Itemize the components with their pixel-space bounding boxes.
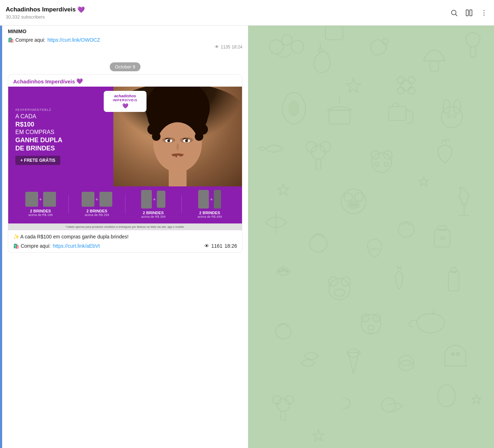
svg-point-40	[408, 87, 415, 94]
brinde-sub-4: acima de R$ 499	[197, 215, 222, 218]
svg-point-78	[334, 289, 345, 296]
columns-button[interactable]	[465, 9, 473, 17]
brinde-icon-row-2: +	[82, 192, 112, 207]
svg-point-26	[152, 132, 161, 141]
brinde-box-3a	[141, 190, 152, 208]
brinde-label-3: 2 BRINDES	[143, 211, 164, 215]
svg-rect-34	[430, 61, 439, 72]
title-bar: Achadinhos Imperdíveis 💜 30,332 subscrib…	[0, 0, 494, 26]
svg-rect-93	[325, 26, 343, 40]
ad-text-section: #EXPERIMENTEBLZ A CADA R$100 EM COMPRAS …	[15, 108, 62, 165]
brinde-sub-1: acima de R$ 199	[29, 213, 53, 217]
svg-point-49	[453, 115, 456, 118]
views-top: 1135	[221, 45, 230, 50]
plus-4: +	[210, 196, 213, 202]
more-button[interactable]	[480, 9, 488, 17]
svg-point-48	[448, 115, 451, 118]
svg-point-45	[441, 107, 462, 128]
ad-hashtag: #EXPERIMENTEBLZ	[15, 108, 62, 112]
svg-point-68	[310, 235, 327, 252]
svg-rect-92	[281, 411, 286, 420]
svg-point-36	[401, 80, 412, 91]
buy-link-top[interactable]: https://curt.link/OWOCZ	[47, 37, 100, 43]
svg-point-84	[373, 314, 381, 322]
svg-line-1	[456, 14, 457, 16]
plus-1: +	[39, 196, 42, 202]
ad-logo-box: achadinhos IMPERDÍVEIS 💜	[104, 91, 146, 112]
svg-rect-70	[434, 230, 450, 247]
svg-point-87	[451, 352, 455, 356]
svg-point-89	[277, 399, 289, 411]
card-views: 1161	[211, 243, 222, 249]
svg-point-0	[452, 10, 456, 15]
card-time: 18:26	[225, 243, 237, 249]
svg-point-50	[311, 145, 325, 159]
bg-pattern-svg	[248, 26, 494, 447]
brinde-item-2: + 2 BRINDES acima de R$ 299	[70, 192, 123, 217]
eye-icon-card: 👁	[204, 243, 209, 249]
ad-line3: EM COMPRAS	[15, 129, 54, 135]
svg-point-31	[318, 48, 322, 52]
ad-line5: DE BRINDES	[15, 145, 55, 152]
svg-point-82	[361, 314, 381, 334]
eye-icon-top: 👁	[215, 44, 219, 50]
card-bottom-text: ✨ A cada R$100 em compras ganhe dupla br…	[8, 230, 242, 242]
card-buy-line: 🛍️ Compre aqui: https://curt.link/aEbVt …	[8, 242, 242, 252]
chat-area[interactable]: MINIMO 🛍️ Compre aqui: https://curt.link…	[2, 26, 248, 448]
brinde-box-1b	[43, 192, 56, 207]
ad-top-section: achadinhos IMPERDÍVEIS 💜 #EXPERIMENTEBLZ…	[8, 87, 242, 186]
brinde-label-1: 2 BRINDES	[30, 209, 51, 213]
logo-emoji: 💜	[108, 103, 142, 109]
channel-emoji: 💜	[77, 6, 85, 14]
subscriber-count: 30,332 subscribers	[6, 14, 450, 20]
brinde-box-4a	[198, 190, 209, 208]
ad-disclaimer: *Válido apenas para produtos vendidos e …	[8, 223, 242, 230]
svg-point-85	[368, 325, 374, 331]
svg-point-28	[269, 40, 283, 53]
card-buy-label: 🛍️ Compre aqui:	[13, 243, 51, 249]
brinde-item-4: + 2 BRINDES acima de R$ 499	[183, 190, 236, 218]
svg-rect-20	[177, 155, 180, 163]
svg-point-61	[355, 193, 363, 201]
svg-point-58	[384, 162, 388, 166]
card-channel-emoji: 💜	[76, 78, 83, 84]
channel-name-text: Achadinhos Imperdíveis	[6, 6, 76, 13]
sep-2	[125, 195, 125, 213]
date-bubble-container: October 9	[2, 58, 248, 74]
svg-point-46	[443, 99, 450, 113]
ad-image: achadinhos IMPERDÍVEIS 💜 #EXPERIMENTEBLZ…	[8, 87, 242, 230]
svg-point-73	[283, 269, 284, 271]
brinde-icon-row-3: +	[141, 190, 165, 208]
time-top: 18:24	[232, 45, 242, 50]
top-message-area: MINIMO 🛍️ Compre aqui: https://curt.link…	[2, 26, 248, 58]
minimo-text: MINIMO	[8, 29, 242, 34]
brinde-label-4: 2 BRINDES	[199, 211, 220, 215]
svg-point-15	[168, 139, 170, 142]
brinde-sub-3: acima de R$ 399	[141, 215, 165, 218]
ad-line4: GANHE DUPLA	[15, 137, 62, 144]
search-button[interactable]	[450, 9, 458, 17]
svg-rect-2	[466, 10, 468, 16]
svg-rect-53	[316, 159, 321, 170]
svg-point-60	[344, 193, 353, 201]
card-message: Achadinhos Imperdíveis 💜 achadinhos IMPE…	[8, 74, 242, 253]
svg-point-57	[375, 162, 379, 166]
sep-1	[68, 195, 69, 213]
svg-rect-42	[329, 110, 350, 124]
plus-2: +	[96, 196, 98, 202]
svg-point-27	[195, 132, 204, 141]
brinde-label-2: 2 BRINDES	[87, 209, 108, 213]
main-layout: MINIMO 🛍️ Compre aqui: https://curt.link…	[0, 26, 494, 448]
brinde-sub-2: acima de R$ 299	[85, 213, 109, 217]
card-buy-link[interactable]: https://curt.link/aEbVt	[53, 243, 100, 249]
brinde-item-1: + 2 BRINDES acima de R$ 199	[14, 192, 67, 217]
logo-line1: achadinhos	[108, 94, 142, 98]
brinde-box-2a	[82, 192, 94, 207]
right-background	[248, 26, 494, 448]
brinde-box-3b	[157, 191, 165, 208]
svg-point-74	[286, 271, 287, 272]
svg-point-23	[152, 116, 165, 129]
ad-line1: A CADA	[15, 113, 36, 119]
sep-3	[181, 195, 182, 213]
svg-point-69	[398, 222, 414, 237]
